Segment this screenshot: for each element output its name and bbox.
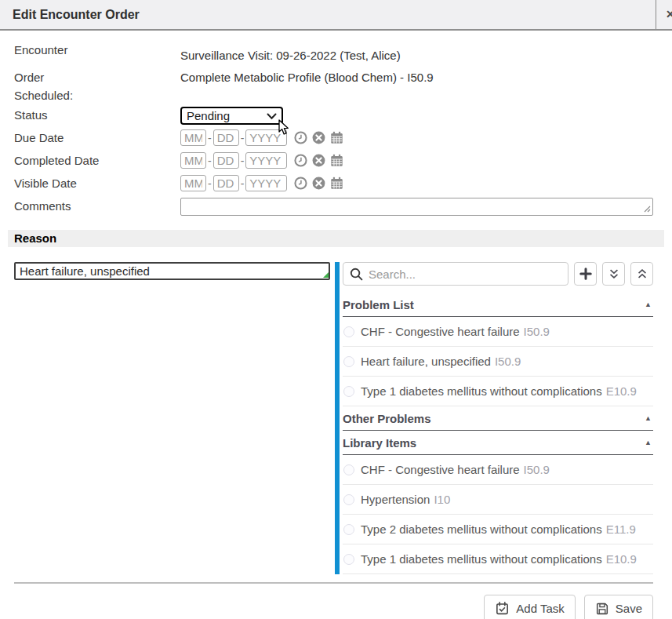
date-separator: - — [208, 155, 212, 167]
order-value: Complete Metabolic Profile (Blood Chem) … — [180, 69, 434, 84]
order-row: Order Complete Metabolic Profile (Blood … — [14, 69, 653, 84]
reason-search-box[interactable] — [343, 262, 568, 286]
clear-date-icon[interactable] — [312, 154, 325, 167]
library-item[interactable]: CHF - Congestive heart failure I50.9 — [343, 455, 653, 485]
completed-date-label: Completed Date — [14, 152, 180, 167]
status-selected-value: Pending — [187, 109, 230, 122]
due-date-inputs: - - — [180, 129, 343, 146]
save-label: Save — [616, 602, 642, 615]
radio-button[interactable] — [343, 464, 354, 475]
reason-section-bar: Reason — [8, 230, 664, 247]
save-button[interactable]: Save — [584, 595, 653, 619]
clear-date-icon[interactable] — [312, 177, 325, 190]
visible-date-row: Visible Date - - — [14, 175, 653, 191]
dialog-header: Edit Encounter Order ✕ — [0, 0, 672, 31]
section-header-other-problems[interactable]: Other Problems ▲ — [343, 406, 653, 431]
completed-day-input[interactable] — [213, 152, 239, 169]
visible-year-input[interactable] — [245, 175, 287, 191]
date-separator: - — [241, 155, 245, 167]
due-month-input[interactable] — [180, 129, 206, 146]
problem-list-item[interactable]: CHF - Congestive heart failure I50.9 — [343, 317, 653, 347]
due-day-input[interactable] — [213, 129, 239, 146]
date-separator: - — [208, 177, 212, 190]
calendar-icon[interactable] — [330, 131, 343, 144]
scheduled-label: Scheduled: — [14, 87, 180, 102]
section-header-problem-list[interactable]: Problem List ▲ — [343, 293, 653, 317]
reason-heading: Reason — [14, 231, 664, 245]
reason-selected-panel — [14, 262, 330, 574]
double-chevron-up-icon — [636, 268, 648, 280]
completed-date-row: Completed Date - - — [14, 152, 653, 169]
problem-list-item[interactable]: Type 1 diabetes mellitus without complic… — [343, 377, 653, 406]
date-separator: - — [241, 132, 245, 144]
edit-encounter-order-dialog: Edit Encounter Order ✕ Encounter Surveil… — [0, 0, 672, 619]
collapse-arrow-icon[interactable]: ▲ — [645, 415, 652, 422]
status-row: Status Pending — [14, 107, 653, 125]
clear-date-icon[interactable] — [312, 131, 325, 144]
add-reason-button[interactable] — [574, 262, 597, 286]
clock-icon[interactable] — [294, 131, 307, 144]
radio-button[interactable] — [343, 554, 354, 565]
status-label: Status — [14, 107, 180, 122]
valid-corner-indicator — [323, 272, 329, 278]
clock-icon[interactable] — [294, 154, 307, 167]
double-chevron-down-icon — [608, 268, 620, 280]
chevron-down-icon — [267, 109, 277, 122]
comments-input[interactable] — [180, 198, 653, 216]
collapse-arrow-icon[interactable]: ▲ — [645, 439, 652, 446]
radio-button[interactable] — [343, 326, 354, 337]
radio-button[interactable] — [343, 494, 354, 505]
date-separator: - — [208, 132, 212, 144]
section-title: Problem List — [343, 298, 414, 311]
date-separator: - — [241, 177, 245, 190]
order-label: Order — [14, 69, 180, 84]
add-task-label: Add Task — [516, 602, 564, 615]
add-task-button[interactable]: Add Task — [484, 595, 575, 619]
close-icon[interactable]: ✕ — [666, 8, 672, 20]
section-title: Other Problems — [343, 412, 431, 425]
radio-button[interactable] — [343, 524, 354, 535]
reason-picker-panel: Problem List ▲ CHF - Congestive heart fa… — [335, 262, 653, 574]
order-form: Encounter Surveillance Visit: 09-26-2022… — [0, 31, 672, 216]
radio-button[interactable] — [343, 356, 354, 367]
encounter-label: Encounter — [14, 42, 180, 56]
calendar-icon[interactable] — [330, 154, 343, 167]
reason-search-row — [343, 262, 653, 286]
scheduled-row: Scheduled: — [14, 87, 653, 102]
problem-list-item[interactable]: Heart failure, unspecified I50.9 — [343, 347, 653, 377]
collapse-all-button[interactable] — [602, 262, 625, 286]
section-header-library-items[interactable]: Library Items ▲ — [343, 431, 653, 455]
library-item[interactable]: Hypertension I10 — [343, 485, 653, 515]
plus-icon — [579, 268, 592, 280]
visible-day-input[interactable] — [213, 175, 239, 191]
library-item[interactable]: Type 1 diabetes mellitus without complic… — [343, 544, 653, 574]
calendar-check-icon — [495, 601, 510, 616]
library-item[interactable]: Type 2 diabetes mellitus without complic… — [343, 515, 653, 544]
section-title: Library Items — [343, 436, 416, 450]
expand-all-button[interactable] — [630, 262, 653, 286]
due-year-input[interactable] — [245, 129, 287, 146]
calendar-icon[interactable] — [330, 177, 343, 190]
status-select[interactable]: Pending — [180, 107, 283, 125]
comments-label: Comments — [14, 198, 180, 213]
collapse-arrow-icon[interactable]: ▲ — [645, 301, 652, 308]
completed-month-input[interactable] — [180, 152, 206, 169]
due-date-label: Due Date — [14, 129, 180, 144]
reason-body: Problem List ▲ CHF - Congestive heart fa… — [0, 247, 672, 574]
visible-date-label: Visible Date — [14, 175, 180, 190]
reason-text-input[interactable] — [14, 262, 330, 280]
radio-button[interactable] — [343, 386, 354, 397]
clock-icon[interactable] — [294, 177, 307, 190]
save-icon — [595, 602, 609, 616]
due-date-row: Due Date - - — [14, 129, 653, 146]
visible-month-input[interactable] — [180, 175, 206, 191]
completed-year-input[interactable] — [245, 152, 287, 169]
dialog-title: Edit Encounter Order — [0, 8, 140, 22]
visible-date-inputs: - - — [180, 175, 343, 191]
header-divider — [656, 0, 656, 29]
completed-date-inputs: - - — [180, 152, 343, 169]
search-icon — [350, 268, 363, 281]
encounter-row: Encounter Surveillance Visit: 09-26-2022… — [14, 42, 653, 62]
reason-search-input[interactable] — [369, 268, 561, 281]
comments-row: Comments — [14, 198, 653, 216]
